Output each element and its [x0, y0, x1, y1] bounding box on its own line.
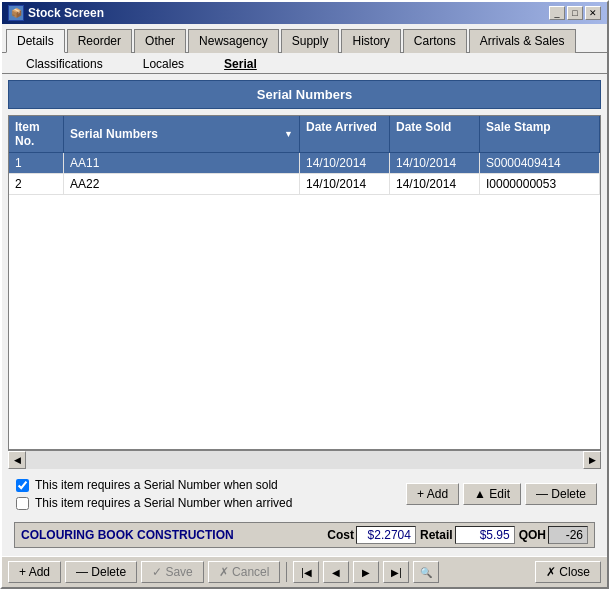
tab-arrivals-sales[interactable]: Arrivals & Sales: [469, 29, 576, 53]
scroll-track[interactable]: [26, 451, 583, 469]
col-sale-stamp: Sale Stamp: [480, 116, 600, 152]
cell-arrived: 14/10/2014: [300, 153, 390, 173]
window-title: Stock Screen: [28, 6, 104, 20]
cell-item-no: 2: [9, 174, 64, 194]
table-body: 1 AA11 14/10/2014 14/10/2014 S0000409414: [9, 153, 600, 449]
retail-label: Retail: [420, 528, 453, 542]
close-button[interactable]: ✗ Close: [535, 561, 601, 583]
window-icon: 📦: [8, 5, 24, 21]
scroll-right-button[interactable]: ▶: [583, 451, 601, 469]
retail-field: Retail $5.95: [420, 526, 515, 544]
horizontal-scrollbar: ◀ ▶: [8, 450, 601, 468]
cost-value: $2.2704: [356, 526, 416, 544]
toolbar-add-button[interactable]: + Add: [8, 561, 61, 583]
col-date-arrived: Date Arrived: [300, 116, 390, 152]
tab-history[interactable]: History: [341, 29, 400, 53]
cell-serial: AA11: [64, 153, 300, 173]
cell-serial: AA22: [64, 174, 300, 194]
subtab-locales[interactable]: Locales: [123, 55, 204, 73]
toolbar-cancel-button[interactable]: ✗ Cancel: [208, 561, 281, 583]
toolbar-delete-button[interactable]: — Delete: [65, 561, 137, 583]
cost-label: Cost: [327, 528, 354, 542]
search-button[interactable]: 🔍: [413, 561, 439, 583]
cell-stamp: S0000409414: [480, 153, 600, 173]
bottom-info-bar: COLOURING BOOK CONSTRUCTION Cost $2.2704…: [14, 522, 595, 548]
checkbox-area: This item requires a Serial Number when …: [12, 472, 296, 516]
col-serial-numbers: Serial Numbers ▼: [64, 116, 300, 152]
cost-field: Cost $2.2704: [327, 526, 416, 544]
nav-last-button[interactable]: ▶|: [383, 561, 409, 583]
nav-first-button[interactable]: |◀: [293, 561, 319, 583]
item-name-label: COLOURING BOOK CONSTRUCTION: [21, 528, 323, 542]
table-row[interactable]: 2 AA22 14/10/2014 14/10/2014 I0000000053: [9, 174, 600, 195]
cell-sold: 14/10/2014: [390, 153, 480, 173]
toolbar-separator: [286, 562, 287, 582]
main-window: 📦 Stock Screen _ □ ✕ Details Reorder Oth…: [0, 0, 609, 589]
content-area: Serial Numbers Item No. Serial Numbers ▼…: [2, 74, 607, 556]
qoh-label: QOH: [519, 528, 546, 542]
add-serial-button[interactable]: + Add: [406, 483, 459, 505]
action-buttons-group: + Add ▲ Edit — Delete: [406, 483, 597, 505]
cell-arrived: 14/10/2014: [300, 174, 390, 194]
serial-sort-icon[interactable]: ▼: [284, 129, 293, 139]
tab-cartons[interactable]: Cartons: [403, 29, 467, 53]
toolbar-save-button[interactable]: ✓ Save: [141, 561, 204, 583]
close-window-button[interactable]: ✕: [585, 6, 601, 20]
subtab-serial[interactable]: Serial: [204, 55, 277, 73]
requires-serial-arrived-checkbox[interactable]: [16, 497, 29, 510]
section-header: Serial Numbers: [8, 80, 601, 109]
tab-newsagency[interactable]: Newsagency: [188, 29, 279, 53]
tab-bar: Details Reorder Other Newsagency Supply …: [2, 24, 607, 53]
title-bar: 📦 Stock Screen _ □ ✕: [2, 2, 607, 24]
qoh-value: -26: [548, 526, 588, 544]
title-bar-buttons: _ □ ✕: [549, 6, 601, 20]
cell-sold: 14/10/2014: [390, 174, 480, 194]
toolbar: + Add — Delete ✓ Save ✗ Cancel |◀ ◀ ▶ ▶|…: [2, 556, 607, 587]
checkbox-buttons-row: This item requires a Serial Number when …: [8, 468, 601, 520]
serial-numbers-table: Item No. Serial Numbers ▼ Date Arrived D…: [8, 115, 601, 450]
checkbox-row-arrived: This item requires a Serial Number when …: [16, 496, 292, 510]
scroll-left-button[interactable]: ◀: [8, 451, 26, 469]
subtab-classifications[interactable]: Classifications: [6, 55, 123, 73]
minimize-button[interactable]: _: [549, 6, 565, 20]
cell-item-no: 1: [9, 153, 64, 173]
cell-stamp: I0000000053: [480, 174, 600, 194]
delete-serial-button[interactable]: — Delete: [525, 483, 597, 505]
retail-value: $5.95: [455, 526, 515, 544]
tab-supply[interactable]: Supply: [281, 29, 340, 53]
requires-serial-arrived-label: This item requires a Serial Number when …: [35, 496, 292, 510]
requires-serial-sold-label: This item requires a Serial Number when …: [35, 478, 278, 492]
edit-serial-button[interactable]: ▲ Edit: [463, 483, 521, 505]
subtab-bar: Classifications Locales Serial: [2, 53, 607, 74]
nav-next-button[interactable]: ▶: [353, 561, 379, 583]
nav-prev-button[interactable]: ◀: [323, 561, 349, 583]
tab-other[interactable]: Other: [134, 29, 186, 53]
col-item-no: Item No.: [9, 116, 64, 152]
table-header: Item No. Serial Numbers ▼ Date Arrived D…: [9, 116, 600, 153]
col-date-sold: Date Sold: [390, 116, 480, 152]
requires-serial-sold-checkbox[interactable]: [16, 479, 29, 492]
maximize-button[interactable]: □: [567, 6, 583, 20]
qoh-field: QOH -26: [519, 526, 588, 544]
table-row[interactable]: 1 AA11 14/10/2014 14/10/2014 S0000409414: [9, 153, 600, 174]
title-bar-left: 📦 Stock Screen: [8, 5, 104, 21]
tab-reorder[interactable]: Reorder: [67, 29, 132, 53]
tab-details[interactable]: Details: [6, 29, 65, 53]
checkbox-row-sold: This item requires a Serial Number when …: [16, 478, 292, 492]
